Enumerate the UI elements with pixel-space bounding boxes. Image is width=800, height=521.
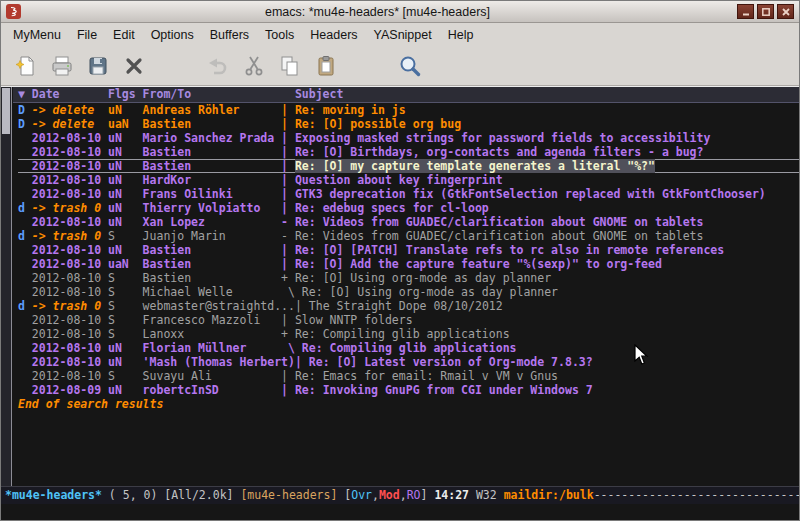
column-header-flags[interactable]: Flgs xyxy=(108,87,143,102)
echo-area[interactable] xyxy=(1,504,799,520)
message-from: Andreas Röhler xyxy=(143,103,281,117)
thread-separator: \ xyxy=(281,285,302,299)
menu-item-options[interactable]: Options xyxy=(143,23,202,46)
emacs-icon xyxy=(6,4,21,19)
thread-separator: | xyxy=(281,243,295,257)
message-row[interactable]: 2012-08-10uaNBastien| Re: [O] Add the ca… xyxy=(18,257,799,271)
modeline-segment-plain: W32 xyxy=(476,488,504,502)
new-file-icon[interactable] xyxy=(11,51,41,81)
message-mark: d xyxy=(18,299,32,313)
message-subject: Re: Invoking GnuPG from CGI under Window… xyxy=(295,383,593,397)
message-subject: Re: [O] my capture template generates a … xyxy=(295,159,655,173)
message-mark xyxy=(18,285,32,299)
close-buffer-icon[interactable] xyxy=(119,51,149,81)
message-row[interactable]: 2012-08-09uNrobertcInSD| Re: Invoking Gn… xyxy=(18,383,799,397)
message-row[interactable]: 2012-08-10uNFrans Oilinki| GTK3 deprecat… xyxy=(18,187,799,201)
scrollbar[interactable] xyxy=(1,87,12,486)
message-from: Michael Welle xyxy=(143,285,281,299)
minimize-button[interactable] xyxy=(737,4,754,19)
mode-line: *mu4e-headers* ( 5, 0) [All/2.0k] [mu4e-… xyxy=(1,486,799,504)
thread-separator: - xyxy=(281,215,295,229)
message-mark xyxy=(18,355,32,369)
copy-icon[interactable] xyxy=(275,51,305,81)
thread-separator: | xyxy=(281,159,295,173)
print-icon[interactable] xyxy=(47,51,77,81)
menu-bar: MyMenuFileEditOptionsBuffersToolsHeaders… xyxy=(1,23,799,46)
menu-item-edit[interactable]: Edit xyxy=(105,23,143,46)
message-mark: D xyxy=(18,103,32,117)
message-row[interactable]: d-> trash 0uNThierry Volpiatto| Re: edeb… xyxy=(18,201,799,215)
message-row[interactable]: 2012-08-10uNBastien| Re: [O] my capture … xyxy=(18,159,799,173)
modeline-segment-plain: ----------------------------------------… xyxy=(594,488,799,502)
message-from: Francesco Mazzoli xyxy=(143,313,281,327)
message-date: 2012-08-10 xyxy=(32,215,108,229)
paste-icon[interactable] xyxy=(311,51,341,81)
cut-icon[interactable] xyxy=(239,51,269,81)
menu-item-file[interactable]: File xyxy=(69,23,105,46)
close-button[interactable] xyxy=(777,4,794,19)
modeline-segment-mode: [mu4e-headers] xyxy=(240,488,344,502)
scrollbar-thumb[interactable] xyxy=(2,88,10,134)
message-flags: uN xyxy=(108,159,143,173)
message-row[interactable]: 2012-08-10uN'Mash (Thomas Herbert)| Re: … xyxy=(18,355,799,369)
modeline-segment-folder: maildir:/bulk xyxy=(504,488,594,502)
message-row[interactable]: d-> trash 0Swebmaster@straightd...| The … xyxy=(18,299,799,313)
message-row[interactable]: 2012-08-10uNBastien| Re: [O] Birthdays, … xyxy=(18,145,799,159)
message-subject: Re: Compiling glib applications xyxy=(302,341,517,355)
menu-item-mymenu[interactable]: MyMenu xyxy=(5,23,69,46)
message-row[interactable]: 2012-08-10uNMario Sanchez Prada| Exposin… xyxy=(18,131,799,145)
menu-item-headers[interactable]: Headers xyxy=(302,23,365,46)
message-mark xyxy=(18,159,32,173)
menu-item-help[interactable]: Help xyxy=(440,23,482,46)
message-mark xyxy=(18,341,32,355)
save-icon[interactable] xyxy=(83,51,113,81)
thread-separator: + xyxy=(281,327,295,341)
window-title: emacs: *mu4e-headers* [mu4e-headers] xyxy=(21,5,734,19)
message-flags: S xyxy=(108,271,143,285)
message-date: 2012-08-10 xyxy=(32,271,108,285)
message-date: -> trash 0 xyxy=(32,201,108,215)
message-row[interactable]: 2012-08-10SLanoxx+ Re: Compiling glib ap… xyxy=(18,327,799,341)
message-row[interactable]: 2012-08-10SFrancesco Mazzoli| Slow NNTP … xyxy=(18,313,799,327)
message-mark: D xyxy=(18,117,32,131)
message-row[interactable]: d-> trash 0SJuanjo Marin- Re: Videos fro… xyxy=(18,229,799,243)
message-row[interactable]: 2012-08-10SSuvayu Ali| Re: Emacs for ema… xyxy=(18,369,799,383)
thread-separator: | xyxy=(281,187,295,201)
undo-icon[interactable] xyxy=(203,51,233,81)
message-mark: d xyxy=(18,201,32,215)
message-row[interactable]: 2012-08-10SMichael Welle \ Re: [O] Using… xyxy=(18,285,799,299)
modeline-segment-plain: , xyxy=(372,488,379,502)
column-header-subject[interactable]: Subject xyxy=(295,87,799,102)
message-row[interactable]: 2012-08-10uNHardKor| Question about key … xyxy=(18,173,799,187)
message-date: -> trash 0 xyxy=(32,229,108,243)
message-mark: d xyxy=(18,229,32,243)
menu-item-buffers[interactable]: Buffers xyxy=(202,23,257,46)
column-header-line: ▼ Date Flgs From/To Subject xyxy=(13,87,799,103)
message-row[interactable]: 2012-08-10SBastien+ Re: [O] Using org-mo… xyxy=(18,271,799,285)
buffer-content: ▼ Date Flgs From/To Subject D-> deleteuN… xyxy=(1,86,799,486)
message-date: 2012-08-10 xyxy=(32,243,108,257)
message-from: Mario Sanchez Prada xyxy=(143,131,281,145)
maximize-button[interactable] xyxy=(757,4,774,19)
thread-separator: - xyxy=(281,229,295,243)
message-row[interactable]: 2012-08-10uNFlorian Müllner \ Re: Compil… xyxy=(18,341,799,355)
close-icon xyxy=(781,7,791,17)
message-date: 2012-08-10 xyxy=(32,131,108,145)
message-subject: GTK3 deprecation fix (GtkFontSelection r… xyxy=(295,187,766,201)
message-row[interactable]: D-> deleteuNAndreas Röhler| Re: moving i… xyxy=(18,103,799,117)
modeline-segment-ovr: Ovr xyxy=(351,488,372,502)
message-row[interactable]: 2012-08-10uNXan Lopez- Re: Videos from G… xyxy=(18,215,799,229)
message-subject: Re: [O] Using org-mode as day planner xyxy=(302,285,558,299)
message-date: 2012-08-10 xyxy=(32,145,108,159)
message-flags: uN xyxy=(108,215,143,229)
message-flags: uN xyxy=(108,243,143,257)
message-flags: S xyxy=(108,369,143,383)
message-from: Frans Oilinki xyxy=(143,187,281,201)
search-icon[interactable] xyxy=(395,51,425,81)
message-row[interactable]: 2012-08-10uNBastien| Re: [O] [PATCH] Tra… xyxy=(18,243,799,257)
column-header-from[interactable]: From/To xyxy=(143,87,295,102)
menu-item-tools[interactable]: Tools xyxy=(257,23,302,46)
column-header-date[interactable]: ▼ Date xyxy=(18,87,108,102)
menu-item-yasnippet[interactable]: YASnippet xyxy=(366,23,440,46)
message-row[interactable]: D-> deleteuaNBastien| Re: [O] possible o… xyxy=(18,117,799,131)
